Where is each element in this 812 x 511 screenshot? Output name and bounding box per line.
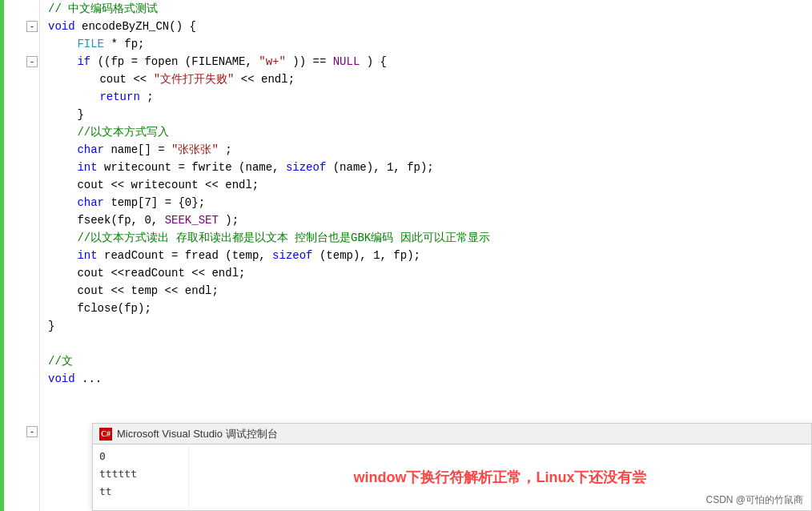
code-token: readCount = (104, 249, 185, 262)
code-token: if (77, 55, 90, 68)
collapse-button[interactable]: - (26, 426, 38, 437)
console-left-line-1: 0 (99, 448, 182, 465)
code-token: ... (82, 372, 102, 385)
code-token: (temp), 1, fp); (320, 249, 420, 262)
code-token: //文 (48, 355, 73, 368)
code-line: //以文本方式写入 (48, 123, 812, 141)
code-line: cout << temp << endl; (48, 282, 812, 300)
code-token: cout << (99, 73, 153, 86)
gutter-row (4, 35, 39, 53)
code-token: ) { (367, 55, 387, 68)
code-line: void ... (48, 370, 812, 388)
editor-container: - - (0, 0, 812, 511)
code-token: cout << temp << endl; (77, 284, 218, 297)
gutter-row (4, 352, 39, 370)
collapse-button[interactable]: - (26, 21, 38, 32)
gutter-row (4, 211, 39, 229)
code-token: sizeof (286, 161, 326, 174)
gutter-row-collapsible[interactable]: - (4, 53, 39, 70)
code-line: char temp[7] = {0}; (48, 194, 812, 211)
code-token: (FILENAME, (185, 55, 259, 68)
code-token: (name), 1, fp); (333, 161, 434, 174)
code-line: //文 (48, 352, 812, 370)
code-line: int writecount = fwrite (name, sizeof (n… (48, 159, 812, 176)
code-token: temp[7] = {0}; (111, 196, 205, 209)
code-token: cout << writecount << endl; (77, 179, 259, 191)
gutter-row (4, 123, 39, 141)
code-token: ; (225, 143, 231, 156)
code-token: ((fp = (98, 55, 145, 68)
code-token: )) == (292, 55, 332, 68)
gutter-row (4, 176, 39, 194)
gutter-row (4, 370, 39, 388)
code-line: int readCount = fread (temp, sizeof (tem… (48, 247, 812, 264)
code-token: * fp; (111, 38, 144, 50)
code-line: FILE * fp; (48, 35, 812, 53)
gutter-row (4, 300, 39, 317)
code-token: int (77, 249, 97, 262)
gutter-row (4, 317, 39, 335)
code-token: void (48, 20, 75, 33)
code-token: "张张张" (171, 143, 219, 156)
gutter-row (4, 0, 39, 18)
code-token: (name, (239, 161, 286, 174)
code-token: } (48, 320, 54, 332)
code-token: (temp, (225, 249, 272, 262)
gutter-row-collapsible[interactable]: - (4, 423, 39, 441)
console-body: 0 tttttt tt window下换行符解析正常，Linux下还没有尝 (93, 445, 811, 510)
code-token: ; (147, 91, 153, 103)
gutter-row (4, 88, 39, 106)
console-icon-text: C# (101, 429, 111, 438)
code-token: fseek(fp, 0, (77, 214, 164, 227)
code-token: void (48, 372, 75, 385)
code-token: fread (185, 249, 219, 262)
console-footer: CSDN @可怕的竹鼠商 (705, 493, 803, 507)
collapse-button[interactable]: - (26, 56, 38, 67)
code-line: // 中文编码格式测试 (48, 0, 812, 18)
code-line: cout << writecount << endl; (48, 176, 812, 194)
code-token: NULL (333, 55, 360, 68)
code-token: char (77, 196, 104, 209)
console-title: Microsoft Visual Studio 调试控制台 (117, 427, 278, 441)
code-token: ); (225, 214, 239, 227)
code-token: int (77, 161, 97, 174)
code-token: encodeByZH_CN() { (82, 20, 196, 33)
console-left-line-2: tttttt (99, 465, 182, 483)
code-line: //以文本方式读出 存取和读出都是以文本 控制台也是GBK编码 因此可以正常显示 (48, 229, 812, 247)
gutter-row (4, 141, 39, 159)
code-line: fclose(fp); (48, 300, 812, 317)
code-line: if ((fp = fopen (FILENAME, "w+" )) == NU… (48, 53, 812, 70)
code-token: sizeof (272, 249, 312, 262)
code-token: SEEK_SET (165, 214, 219, 227)
gutter-row (4, 405, 39, 423)
code-token: "文件打开失败" (154, 73, 235, 86)
gutter-row (4, 335, 39, 352)
code-token: fclose(fp); (77, 302, 151, 315)
code-token: name[] = (111, 143, 171, 156)
console-icon: C# (99, 428, 112, 441)
code-token: char (77, 143, 104, 156)
code-line: char name[] = "张张张" ; (48, 141, 812, 159)
console-left-line-3: tt (99, 483, 182, 501)
code-line: } (48, 317, 812, 335)
gutter-row (4, 106, 39, 123)
code-token: FILE (77, 38, 104, 50)
console-titlebar: C# Microsoft Visual Studio 调试控制台 (93, 424, 811, 445)
code-token: cout <<readCount << endl; (77, 267, 245, 280)
gutter-row (4, 388, 39, 405)
code-token: return (99, 91, 139, 103)
code-line: return ; (48, 88, 812, 106)
code-line: fseek(fp, 0, SEEK_SET ); (48, 211, 812, 229)
code-line: void encodeByZH_CN() { (48, 18, 812, 35)
gutter-row (4, 194, 39, 211)
gutter-row (4, 247, 39, 264)
code-token: //以文本方式读出 存取和读出都是以文本 控制台也是GBK编码 因此可以正常显示 (77, 231, 489, 244)
console-left: 0 tttttt tt (93, 445, 189, 510)
console-message: window下换行符解析正常，Linux下还没有尝 (354, 468, 647, 487)
code-line: } (48, 106, 812, 123)
gutter-row (4, 229, 39, 247)
gutter-row (4, 264, 39, 282)
gutter-row (4, 159, 39, 176)
gutter-row-collapsible[interactable]: - (4, 18, 39, 35)
gutter-row (4, 70, 39, 88)
